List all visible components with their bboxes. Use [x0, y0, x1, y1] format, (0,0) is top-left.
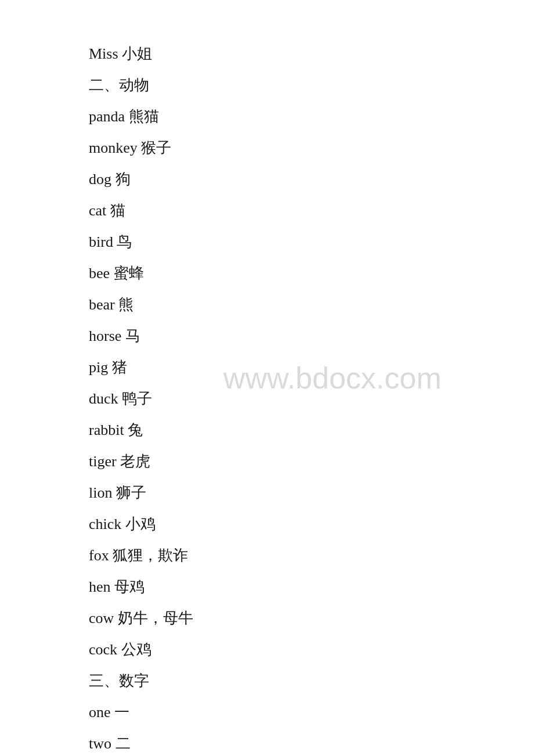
- line-cat: cat 猫: [89, 203, 534, 218]
- line-monkey: monkey 猴子: [89, 141, 534, 156]
- line-section-animals: 二、动物: [89, 78, 534, 93]
- line-duck: duck 鸭子: [89, 391, 534, 406]
- line-cock: cock 公鸡: [89, 642, 534, 657]
- line-tiger: tiger 老虎: [89, 454, 534, 469]
- line-fox: fox 狐狸，欺诈: [89, 548, 534, 563]
- line-cow: cow 奶牛，母牛: [89, 611, 534, 626]
- content-area: Miss 小姐二、动物panda 熊猫monkey 猴子dog 狗cat 猫bi…: [0, 0, 534, 756]
- line-bear: bear 熊: [89, 297, 534, 312]
- line-lion: lion 狮子: [89, 485, 534, 501]
- line-bird: bird 鸟: [89, 235, 534, 250]
- line-one: one 一: [89, 705, 534, 720]
- line-dog: dog 狗: [89, 172, 534, 187]
- line-horse: horse 马: [89, 329, 534, 344]
- line-pig: pig 猪: [89, 360, 534, 375]
- line-chick: chick 小鸡: [89, 517, 534, 532]
- line-two: two 二: [89, 736, 534, 751]
- line-miss: Miss 小姐: [89, 46, 534, 62]
- line-rabbit: rabbit 兔: [89, 423, 534, 438]
- line-bee: bee 蜜蜂: [89, 266, 534, 281]
- line-panda: panda 熊猫: [89, 109, 534, 124]
- line-section-numbers: 三、数字: [89, 674, 534, 689]
- line-hen: hen 母鸡: [89, 579, 534, 595]
